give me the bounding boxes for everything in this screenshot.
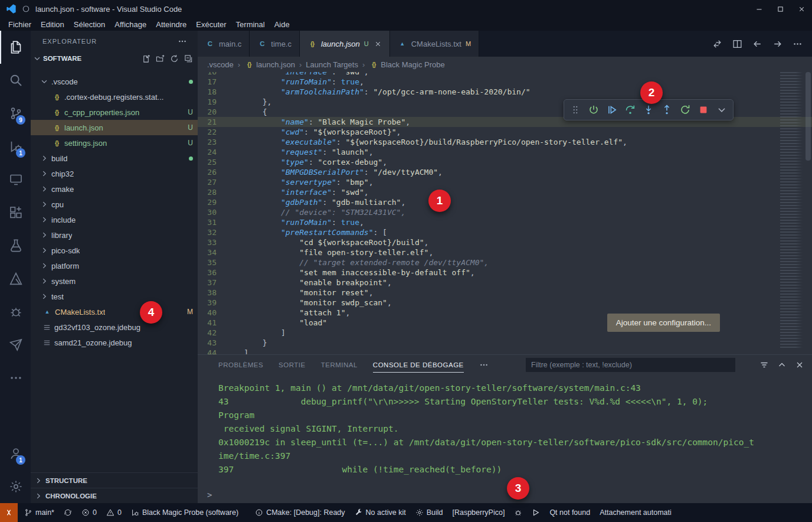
menu-aide[interactable]: Aide <box>270 19 294 30</box>
breadcrumb-item-black-magic-probe[interactable]: {}Black Magic Probe <box>369 60 444 69</box>
code-line-28[interactable]: 28 "interface": "swd", <box>198 187 812 197</box>
breadcrumb[interactable]: .vscode›{}launch.json›Launch Targets›{}B… <box>198 57 812 72</box>
activity-explorer[interactable] <box>0 31 31 64</box>
activity-source-control[interactable]: 9 <box>0 97 31 130</box>
code-line-32[interactable]: 32 "preRestartCommands": [ <box>198 227 812 237</box>
tree-item-pico-sdk[interactable]: pico-sdk <box>31 243 198 258</box>
tree-item-chip32[interactable]: chip32 <box>31 166 198 181</box>
collapse-all-icon[interactable] <box>184 54 193 63</box>
activity-search[interactable] <box>0 64 31 97</box>
code-line-33[interactable]: 33 "cd ${workspaceRoot}/build", <box>198 237 812 247</box>
status-debug-launch[interactable]: Black Magic Probe (software) <box>126 503 243 522</box>
menu-fichier[interactable]: Fichier <box>4 19 36 30</box>
filter-lines-icon[interactable] <box>759 360 769 370</box>
panel-tab-sortie[interactable]: SORTIE <box>279 357 306 373</box>
add-configuration-button[interactable]: Ajouter une configuration... <box>607 314 720 332</box>
menu-terminal[interactable]: Terminal <box>231 19 270 30</box>
code-line-22[interactable]: 22 "cwd": "${workspaceRoot}", <box>198 127 812 137</box>
tree-item-gd32vf103-ozone-jdebug[interactable]: gd32vf103_ozone.jdebug <box>31 319 198 335</box>
panel-tab-terminal[interactable]: TERMINAL <box>321 357 358 373</box>
status-errors[interactable]: 0 <box>77 503 102 522</box>
debug-console-prompt[interactable]: > <box>207 490 212 500</box>
split-icon[interactable] <box>732 39 742 49</box>
breadcrumb-item-launch-json[interactable]: {}launch.json <box>244 60 295 69</box>
status-auto-attach[interactable]: Attachement automati <box>595 503 676 522</box>
tree-item-build[interactable]: build <box>31 151 198 166</box>
code-line-26[interactable]: 26 "BMPGDBSerialPort": "/dev/ttyACM0", <box>198 167 812 177</box>
code-line-43[interactable]: 43 } <box>198 338 812 348</box>
debug-step-out-button[interactable] <box>662 105 672 115</box>
code-line-34[interactable]: 34 "file open-story-teller.elf", <box>198 247 812 257</box>
debug-stop-button[interactable] <box>698 105 709 115</box>
window-close-button[interactable] <box>791 0 812 18</box>
status-remote-indicator[interactable] <box>0 503 18 522</box>
code-line-39[interactable]: 39 "monitor swdp_scan", <box>198 298 812 308</box>
tree-item-system[interactable]: system <box>31 273 198 289</box>
activity-testing[interactable] <box>0 229 31 262</box>
tree-item-library[interactable]: library <box>31 227 198 243</box>
code-line-24[interactable]: 24 "request": "launch", <box>198 147 812 157</box>
debug-more-debug-actions-button[interactable] <box>716 105 727 115</box>
activity-additional-views[interactable] <box>0 361 31 394</box>
minimap[interactable] <box>780 72 804 348</box>
code-line-30[interactable]: 30 // "device": "STM32L431VC", <box>198 207 812 217</box>
sidebar-more-icon[interactable] <box>178 37 187 46</box>
tree-item-samd21-ozone-jdebug[interactable]: samd21_ozone.jdebug <box>31 335 198 350</box>
status-cmake-build[interactable]: Build <box>411 503 448 522</box>
arrow-right-icon[interactable] <box>772 39 782 49</box>
editor-scrollbar[interactable] <box>806 72 811 161</box>
tab-launch-json[interactable]: {}launch.jsonU <box>300 31 390 57</box>
code-line-17[interactable]: 17 "runToMain": true, <box>198 77 812 87</box>
window-minimize-button[interactable] <box>748 0 770 18</box>
explorer-section-header[interactable]: SOFTWARE <box>31 51 198 66</box>
debug-step-over-button[interactable] <box>625 105 636 115</box>
tree-item-launch-json[interactable]: {}launch.jsonU <box>31 120 198 135</box>
menu-atteindre[interactable]: Atteindre <box>151 19 191 30</box>
tree-item-vscode[interactable]: .vscode <box>31 74 198 89</box>
menu-ex-cuter[interactable]: Exécuter <box>191 19 231 30</box>
debug-power-button[interactable] <box>588 105 599 115</box>
panel-tab-probl-mes[interactable]: PROBLÈMES <box>218 357 263 373</box>
code-line-25[interactable]: 25 "type": "cortex-debug", <box>198 157 812 167</box>
debug-drag-handle-button[interactable] <box>570 105 581 115</box>
tree-item-platform[interactable]: platform <box>31 258 198 273</box>
code-line-23[interactable]: 23 "executable": "${workspaceRoot}/build… <box>198 137 812 147</box>
status-qt-status[interactable]: Qt not found <box>545 503 595 522</box>
tree-item-c-cpp-properties-json[interactable]: {}c_cpp_properties.jsonU <box>31 105 198 120</box>
activity-run-and-debug[interactable]: 1 <box>0 130 31 163</box>
code-line-44[interactable]: 44 ] <box>198 348 812 354</box>
chevron-up-icon[interactable] <box>777 360 787 370</box>
close-tab-icon[interactable] <box>374 40 382 48</box>
code-line-29[interactable]: 29 "gdbPath": "gdb-multiarch", <box>198 197 812 207</box>
breadcrumb-item-launch-targets[interactable]: Launch Targets <box>306 60 358 69</box>
activity-remote-explorer[interactable] <box>0 163 31 196</box>
breadcrumb-item-vscode[interactable]: .vscode <box>207 60 234 69</box>
code-line-38[interactable]: 38 "monitor reset", <box>198 288 812 298</box>
menu-edition[interactable]: Edition <box>36 19 69 30</box>
code-line-37[interactable]: 37 "enable breakpoint", <box>198 278 812 288</box>
compare-icon[interactable] <box>712 39 722 49</box>
sidebar-section-chronologie[interactable]: CHRONOLOGIE <box>31 488 198 503</box>
refresh-icon[interactable] <box>170 54 179 63</box>
status-cmake-kit[interactable]: No active kit <box>350 503 411 522</box>
tree-item-cpu[interactable]: cpu <box>31 197 198 212</box>
panel-more-icon[interactable] <box>479 360 489 370</box>
status-cmake-status[interactable]: CMake: [Debug]: Ready <box>250 503 349 522</box>
menu-s-lection[interactable]: Sélection <box>69 19 110 30</box>
status-cmake-run[interactable] <box>527 503 545 522</box>
code-line-36[interactable]: 36 "set mem inaccessible-by-default off"… <box>198 267 812 278</box>
status-warnings[interactable]: 0 <box>102 503 126 522</box>
activity-manage[interactable] <box>0 470 31 503</box>
menu-affichage[interactable]: Affichage <box>110 19 151 30</box>
activity-memory-view[interactable] <box>0 328 31 361</box>
code-line-18[interactable]: 18 "armToolchainPath": "/opt/gcc-arm-non… <box>198 87 812 97</box>
tree-item-settings-json[interactable]: {}settings.jsonU <box>31 135 198 151</box>
closex-icon[interactable] <box>795 360 804 370</box>
sidebar-section-structure[interactable]: STRUCTURE <box>31 472 198 488</box>
code-line-27[interactable]: 27 "servertype": "bmp", <box>198 177 812 187</box>
status-git-branch[interactable]: main* <box>19 503 59 522</box>
tree-item-include[interactable]: include <box>31 212 198 227</box>
activity-extensions[interactable] <box>0 196 31 229</box>
debug-continue-button[interactable] <box>607 105 617 115</box>
debug-console-filter-input[interactable] <box>526 358 735 372</box>
